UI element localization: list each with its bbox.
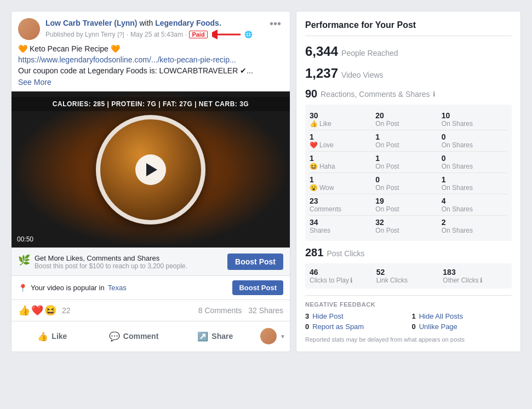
comments-stat[interactable]: 8 Comments	[198, 306, 242, 315]
shares-total: 34	[310, 218, 375, 227]
people-reached-num: 6,344	[305, 44, 338, 59]
comment-icon: 💬	[109, 331, 120, 342]
comments-on-post-label: On Post	[375, 205, 441, 213]
other-clicks-info-icon[interactable]: ℹ	[480, 276, 483, 284]
wow-on-shares: 1	[442, 175, 507, 184]
with-text: with	[139, 19, 155, 27]
haha-label: 😆 Haha	[310, 163, 375, 170]
post-link[interactable]: https://www.legendaryfoodsonline.com/...…	[18, 55, 283, 64]
comments-total: 23	[310, 197, 375, 205]
link-clicks-num: 52	[376, 268, 441, 276]
hide-post-num: 3	[305, 312, 309, 320]
love-label: ❤️ Love	[310, 141, 375, 149]
like-on-post: 20	[375, 111, 441, 120]
reactions-bar: 👍 ❤️ 😆 22 8 Comments 32 Shares	[12, 299, 290, 321]
like-emoji: 👍	[310, 120, 318, 128]
play-button[interactable]	[135, 154, 166, 185]
like-reaction-icon: 👍	[18, 304, 30, 316]
avatar[interactable]	[18, 18, 40, 40]
post-date[interactable]: May 25 at 5:43am	[130, 31, 183, 38]
unlike-link[interactable]: Unlike Page	[419, 322, 457, 331]
comments-on-shares: 4	[442, 197, 507, 205]
engagement-stats: 8 Comments 32 Shares	[198, 306, 283, 315]
globe-icon: 🌐	[244, 31, 253, 38]
hide-all-item: 1 Hide All Posts	[412, 312, 512, 320]
hide-post-link[interactable]: Hide Post	[312, 312, 343, 320]
negative-feedback-section: Negative Feedback 3 Hide Post 1 Hide All…	[305, 295, 512, 331]
video-views-label: Video Views	[341, 71, 384, 79]
breakdown-haha-row: 1 😆 Haha 1 On Post 0 On Shares	[310, 152, 507, 173]
love-emoji: ❤️	[310, 141, 318, 149]
wow-label: 😮 Wow	[310, 184, 375, 192]
love-total: 1	[310, 133, 375, 141]
people-reached-label: People Reached	[341, 49, 398, 57]
breakdown-comments-row: 23 Comments 19 On Post 4 On Shares	[310, 194, 507, 216]
author-info: Low Carb Traveler (Lynn) with Legendary …	[45, 18, 253, 40]
like-label: 👍 Like	[310, 120, 375, 128]
share-button[interactable]: ↗️ Share	[174, 324, 256, 349]
haha-reaction-icon: 😆	[44, 304, 56, 316]
shares-on-shares-label: On Shares	[442, 227, 507, 234]
haha-on-shares: 0	[442, 154, 507, 163]
shares-on-post: 32	[375, 218, 441, 227]
haha-on-post: 1	[375, 154, 441, 163]
hide-all-num: 1	[412, 312, 416, 320]
shares-stat[interactable]: 32 Shares	[248, 306, 283, 315]
like-button[interactable]: 👍 Like	[12, 324, 93, 349]
separator2: ·	[185, 31, 187, 38]
boost-post-button[interactable]: Boost Post	[227, 254, 283, 270]
question-mark: [?]	[117, 31, 124, 38]
wow-on-post-label: On Post	[375, 184, 441, 192]
link-clicks-cell: 52 Link Clicks	[376, 268, 441, 284]
clicks-to-play-label: Clicks to Play ℹ	[310, 276, 374, 284]
reactions-count: 90	[305, 88, 317, 100]
love-reaction-icon: ❤️	[31, 304, 43, 316]
red-arrow-icon	[212, 29, 242, 40]
post-content: 🧡 Keto Pecan Pie Recipe 🧡 https://www.le…	[12, 44, 290, 91]
author-name[interactable]: Low Carb Traveler (Lynn)	[45, 19, 138, 27]
comment-button[interactable]: 💬 Comment	[93, 324, 175, 349]
boost-icon: 🌿	[18, 254, 30, 266]
boost-button-secondary[interactable]: Boost Post	[232, 280, 283, 295]
breakdown-like-row: 30 👍 Like 20 On Post 10 On Shares	[310, 109, 507, 130]
profile-dropdown[interactable]: ▼	[256, 324, 290, 349]
video-duration: 00:50	[17, 235, 33, 243]
like-total: 30	[310, 111, 375, 120]
breakdown-grid: 30 👍 Like 20 On Post 10 On Shares	[305, 105, 512, 241]
shares-on-post-label: On Post	[375, 227, 441, 234]
love-on-post-label: On Post	[375, 141, 441, 149]
other-clicks-label: Other Clicks ℹ	[443, 276, 507, 284]
love-on-post: 1	[375, 133, 441, 141]
comments-on-post: 19	[375, 197, 441, 205]
more-options-button[interactable]: •••	[267, 18, 283, 29]
neg-feedback-title: Negative Feedback	[305, 301, 512, 308]
performance-title: Performance for Your Post	[305, 20, 512, 36]
report-spam-link[interactable]: Report as Spam	[312, 322, 364, 331]
video-overlay-text: CALORIES: 285 | PROTEIN: 7G | FAT: 27G |…	[12, 97, 290, 111]
comments-on-shares-label: On Shares	[442, 205, 507, 213]
hide-all-link[interactable]: Hide All Posts	[419, 312, 463, 320]
collab-name[interactable]: Legendary Foods.	[155, 19, 221, 27]
wow-emoji: 😮	[310, 184, 318, 192]
action-bar: 👍 Like 💬 Comment ↗️ Share ▼	[12, 321, 290, 351]
video-views-num: 1,237	[305, 66, 338, 81]
report-spam-num: 0	[305, 322, 309, 331]
other-clicks-cell: 183 Other Clicks ℹ	[443, 268, 507, 284]
comments-label: Comments	[310, 205, 375, 213]
shares-on-shares: 2	[442, 218, 507, 227]
like-on-shares: 10	[442, 111, 507, 120]
video-container[interactable]: CALORIES: 285 | PROTEIN: 7G | FAT: 27G |…	[12, 91, 290, 247]
reactions-info-icon[interactable]: ℹ	[433, 90, 436, 98]
location-link[interactable]: Texas	[108, 284, 127, 292]
link-clicks-label: Link Clicks	[376, 276, 441, 284]
clicks-to-play-info-icon[interactable]: ℹ	[350, 276, 353, 284]
reaction-count[interactable]: 22	[62, 306, 71, 315]
video-views-stat: 1,237 Video Views	[305, 66, 512, 81]
haha-total: 1	[310, 154, 375, 163]
like-label: Like	[52, 332, 67, 341]
see-more-button[interactable]: See More	[18, 78, 52, 87]
share-icon: ↗️	[197, 331, 208, 342]
location-text: Your video is popular in	[31, 284, 105, 292]
share-label: Share	[211, 332, 233, 341]
post-clicks-section: 281 Post Clicks 46 Clicks to Play ℹ 52 L…	[305, 246, 512, 289]
